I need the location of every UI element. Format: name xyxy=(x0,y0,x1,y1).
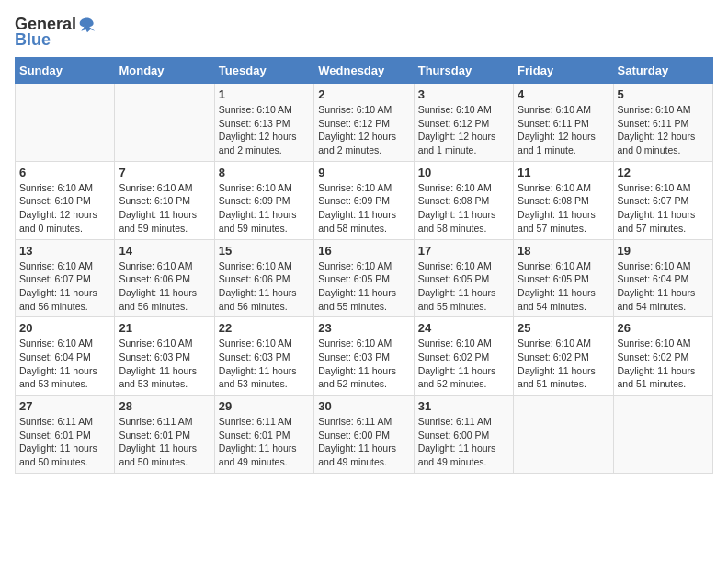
day-number: 9 xyxy=(318,166,409,179)
header-row: SundayMondayTuesdayWednesdayThursdayFrid… xyxy=(16,58,713,84)
week-row-1: 1Sunrise: 6:10 AM Sunset: 6:13 PM Daylig… xyxy=(16,84,713,162)
header-thursday: Thursday xyxy=(414,58,513,84)
header-wednesday: Wednesday xyxy=(314,58,414,84)
day-info: Sunrise: 6:10 AM Sunset: 6:06 PM Dayligh… xyxy=(119,259,210,314)
day-info: Sunrise: 6:11 AM Sunset: 6:01 PM Dayligh… xyxy=(119,415,210,469)
calendar-cell xyxy=(514,396,613,474)
day-number: 26 xyxy=(618,321,709,335)
day-number: 30 xyxy=(318,399,409,413)
day-number: 10 xyxy=(418,166,509,179)
calendar-cell: 22Sunrise: 6:10 AM Sunset: 6:03 PM Dayli… xyxy=(214,317,313,396)
day-number: 7 xyxy=(119,166,210,179)
calendar-cell: 11Sunrise: 6:10 AM Sunset: 6:08 PM Dayli… xyxy=(514,161,613,239)
day-info: Sunrise: 6:10 AM Sunset: 6:04 PM Dayligh… xyxy=(19,337,110,391)
calendar-cell: 24Sunrise: 6:10 AM Sunset: 6:02 PM Dayli… xyxy=(414,317,513,396)
day-info: Sunrise: 6:11 AM Sunset: 6:01 PM Dayligh… xyxy=(219,415,310,469)
calendar-cell: 6Sunrise: 6:10 AM Sunset: 6:10 PM Daylig… xyxy=(16,161,115,239)
calendar-cell: 14Sunrise: 6:10 AM Sunset: 6:06 PM Dayli… xyxy=(115,239,214,317)
day-info: Sunrise: 6:10 AM Sunset: 6:10 PM Dayligh… xyxy=(119,181,210,236)
calendar-table: SundayMondayTuesdayWednesdayThursdayFrid… xyxy=(15,57,713,474)
day-info: Sunrise: 6:10 AM Sunset: 6:12 PM Dayligh… xyxy=(318,103,409,157)
calendar-cell: 10Sunrise: 6:10 AM Sunset: 6:08 PM Dayli… xyxy=(414,161,513,239)
day-number: 17 xyxy=(418,244,509,258)
day-number: 24 xyxy=(418,321,509,335)
calendar-cell: 31Sunrise: 6:11 AM Sunset: 6:00 PM Dayli… xyxy=(414,396,513,474)
calendar-cell: 29Sunrise: 6:11 AM Sunset: 6:01 PM Dayli… xyxy=(214,396,313,474)
calendar-cell: 1Sunrise: 6:10 AM Sunset: 6:13 PM Daylig… xyxy=(214,84,313,162)
day-info: Sunrise: 6:10 AM Sunset: 6:02 PM Dayligh… xyxy=(518,337,609,391)
header-friday: Friday xyxy=(514,58,613,84)
calendar-cell: 9Sunrise: 6:10 AM Sunset: 6:09 PM Daylig… xyxy=(314,161,414,239)
calendar-cell: 15Sunrise: 6:10 AM Sunset: 6:06 PM Dayli… xyxy=(214,239,313,317)
calendar-cell: 4Sunrise: 6:10 AM Sunset: 6:11 PM Daylig… xyxy=(514,84,613,162)
day-info: Sunrise: 6:10 AM Sunset: 6:12 PM Dayligh… xyxy=(418,103,509,157)
day-info: Sunrise: 6:10 AM Sunset: 6:09 PM Dayligh… xyxy=(219,181,310,236)
calendar-cell: 26Sunrise: 6:10 AM Sunset: 6:02 PM Dayli… xyxy=(613,317,712,396)
day-number: 3 xyxy=(418,87,509,101)
calendar-cell xyxy=(16,84,115,162)
day-number: 16 xyxy=(318,244,409,258)
day-info: Sunrise: 6:11 AM Sunset: 6:00 PM Dayligh… xyxy=(418,415,509,469)
calendar-cell: 27Sunrise: 6:11 AM Sunset: 6:01 PM Dayli… xyxy=(16,396,115,474)
day-number: 4 xyxy=(518,87,609,101)
day-info: Sunrise: 6:10 AM Sunset: 6:06 PM Dayligh… xyxy=(219,259,310,314)
day-number: 20 xyxy=(19,321,110,335)
calendar-cell: 23Sunrise: 6:10 AM Sunset: 6:03 PM Dayli… xyxy=(314,317,414,396)
day-number: 23 xyxy=(318,321,409,335)
day-info: Sunrise: 6:10 AM Sunset: 6:02 PM Dayligh… xyxy=(418,337,509,391)
day-number: 25 xyxy=(518,321,609,335)
calendar-cell: 20Sunrise: 6:10 AM Sunset: 6:04 PM Dayli… xyxy=(16,317,115,396)
day-info: Sunrise: 6:10 AM Sunset: 6:13 PM Dayligh… xyxy=(219,103,310,157)
day-number: 8 xyxy=(219,166,310,179)
day-number: 6 xyxy=(19,166,110,179)
day-number: 29 xyxy=(219,399,310,413)
day-info: Sunrise: 6:11 AM Sunset: 6:01 PM Dayligh… xyxy=(19,415,110,469)
day-number: 14 xyxy=(119,244,210,258)
day-info: Sunrise: 6:10 AM Sunset: 6:03 PM Dayligh… xyxy=(318,337,409,391)
calendar-cell: 17Sunrise: 6:10 AM Sunset: 6:05 PM Dayli… xyxy=(414,239,513,317)
calendar-cell xyxy=(115,84,214,162)
week-row-3: 13Sunrise: 6:10 AM Sunset: 6:07 PM Dayli… xyxy=(16,239,713,317)
calendar-cell: 8Sunrise: 6:10 AM Sunset: 6:09 PM Daylig… xyxy=(214,161,313,239)
logo: General Blue xyxy=(15,15,97,50)
day-info: Sunrise: 6:10 AM Sunset: 6:03 PM Dayligh… xyxy=(219,337,310,391)
calendar-cell: 16Sunrise: 6:10 AM Sunset: 6:05 PM Dayli… xyxy=(314,239,414,317)
day-number: 19 xyxy=(618,244,709,258)
calendar-cell: 25Sunrise: 6:10 AM Sunset: 6:02 PM Dayli… xyxy=(514,317,613,396)
day-info: Sunrise: 6:10 AM Sunset: 6:02 PM Dayligh… xyxy=(618,337,709,391)
calendar-cell: 19Sunrise: 6:10 AM Sunset: 6:04 PM Dayli… xyxy=(613,239,712,317)
day-number: 22 xyxy=(219,321,310,335)
calendar-cell: 2Sunrise: 6:10 AM Sunset: 6:12 PM Daylig… xyxy=(314,84,414,162)
day-number: 21 xyxy=(119,321,210,335)
calendar-cell: 3Sunrise: 6:10 AM Sunset: 6:12 PM Daylig… xyxy=(414,84,513,162)
header-saturday: Saturday xyxy=(613,58,712,84)
day-info: Sunrise: 6:10 AM Sunset: 6:04 PM Dayligh… xyxy=(618,259,709,314)
day-info: Sunrise: 6:11 AM Sunset: 6:00 PM Dayligh… xyxy=(318,415,409,469)
day-number: 2 xyxy=(318,87,409,101)
day-number: 13 xyxy=(19,244,110,258)
day-info: Sunrise: 6:10 AM Sunset: 6:07 PM Dayligh… xyxy=(618,181,709,236)
page-header: General Blue xyxy=(15,15,713,50)
day-number: 11 xyxy=(518,166,609,179)
day-number: 12 xyxy=(618,166,709,179)
day-info: Sunrise: 6:10 AM Sunset: 6:05 PM Dayligh… xyxy=(318,259,409,314)
day-number: 15 xyxy=(219,244,310,258)
header-tuesday: Tuesday xyxy=(214,58,313,84)
calendar-cell: 21Sunrise: 6:10 AM Sunset: 6:03 PM Dayli… xyxy=(115,317,214,396)
calendar-cell: 28Sunrise: 6:11 AM Sunset: 6:01 PM Dayli… xyxy=(115,396,214,474)
calendar-cell: 18Sunrise: 6:10 AM Sunset: 6:05 PM Dayli… xyxy=(514,239,613,317)
day-info: Sunrise: 6:10 AM Sunset: 6:11 PM Dayligh… xyxy=(618,103,709,157)
day-info: Sunrise: 6:10 AM Sunset: 6:05 PM Dayligh… xyxy=(418,259,509,314)
calendar-cell: 7Sunrise: 6:10 AM Sunset: 6:10 PM Daylig… xyxy=(115,161,214,239)
day-number: 27 xyxy=(19,399,110,413)
week-row-5: 27Sunrise: 6:11 AM Sunset: 6:01 PM Dayli… xyxy=(16,396,713,474)
day-info: Sunrise: 6:10 AM Sunset: 6:11 PM Dayligh… xyxy=(518,103,609,157)
day-info: Sunrise: 6:10 AM Sunset: 6:08 PM Dayligh… xyxy=(518,181,609,236)
week-row-4: 20Sunrise: 6:10 AM Sunset: 6:04 PM Dayli… xyxy=(16,317,713,396)
logo-bird-icon xyxy=(78,16,97,34)
day-number: 18 xyxy=(518,244,609,258)
day-info: Sunrise: 6:10 AM Sunset: 6:07 PM Dayligh… xyxy=(19,259,110,314)
day-info: Sunrise: 6:10 AM Sunset: 6:10 PM Dayligh… xyxy=(19,181,110,236)
day-info: Sunrise: 6:10 AM Sunset: 6:03 PM Dayligh… xyxy=(119,337,210,391)
calendar-cell xyxy=(613,396,712,474)
